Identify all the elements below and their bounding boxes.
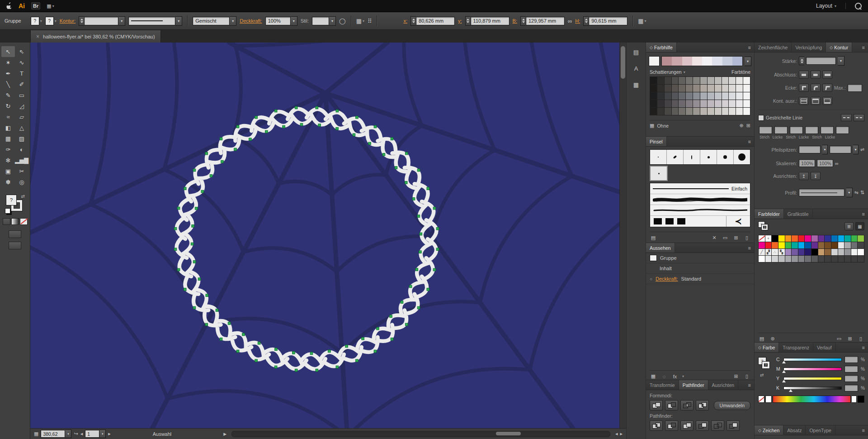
dash-field[interactable]	[759, 126, 772, 134]
channel-slider[interactable]	[783, 367, 842, 371]
cap-butt-button[interactable]	[799, 71, 809, 79]
direct-selection-tool[interactable]: ⇖	[15, 46, 28, 57]
artboard-field[interactable]: 1	[85, 430, 99, 438]
color-variation-swatch[interactable]	[693, 108, 700, 115]
chevron-down-icon[interactable]: ▾	[822, 145, 828, 154]
swatch[interactable]	[805, 249, 811, 256]
rotate-tool[interactable]: ↻	[1, 100, 15, 111]
fx-icon[interactable]: fx	[671, 373, 679, 380]
apple-menu-icon[interactable]	[6, 2, 12, 10]
swatch[interactable]	[825, 249, 831, 256]
channel-field[interactable]	[844, 385, 858, 391]
panel-menu-icon[interactable]: ≡	[859, 43, 868, 52]
swatch[interactable]	[785, 256, 792, 262]
swatch[interactable]	[851, 256, 858, 262]
color-variation-swatch[interactable]	[708, 92, 715, 100]
swatch[interactable]	[785, 249, 792, 256]
default-colors-icon[interactable]	[5, 208, 10, 214]
lasso-tool[interactable]: ∿	[15, 57, 28, 68]
miter-field[interactable]	[848, 84, 862, 92]
panel-menu-icon[interactable]: ≡	[745, 243, 754, 253]
exclude-button[interactable]	[696, 400, 709, 410]
transform-options-icon[interactable]: ▦▾	[638, 18, 646, 24]
opacity-link[interactable]: Deckkraft:	[240, 18, 262, 24]
appearance-row-opacity[interactable]: ○ Deckkraft: Standard	[646, 274, 754, 284]
panel-menu-icon[interactable]: ≡	[859, 343, 868, 352]
swatch[interactable]	[772, 242, 778, 249]
profile-combo[interactable]	[799, 189, 844, 196]
tab-kontur[interactable]: ◇Kontur	[826, 43, 852, 52]
dock-panel-icon-3[interactable]: ▦	[630, 79, 642, 91]
swatch[interactable]	[778, 256, 785, 262]
color-variation-swatch[interactable]	[729, 100, 736, 108]
color-variation-swatch[interactable]	[736, 77, 743, 85]
calligraphic-brush[interactable]	[700, 150, 717, 164]
color-variation-swatch[interactable]	[650, 108, 657, 115]
color-variation-swatch[interactable]	[743, 77, 750, 85]
white-swatch[interactable]	[765, 396, 772, 403]
limit-colors-icon[interactable]: ⊕	[740, 123, 744, 129]
color-variation-swatch[interactable]	[657, 77, 665, 85]
channel-field[interactable]	[844, 356, 858, 363]
perspective-grid-tool[interactable]: △	[15, 122, 28, 133]
drawing-mode-button[interactable]	[9, 230, 21, 238]
crop-button[interactable]	[696, 420, 709, 431]
swatch[interactable]	[831, 249, 838, 256]
intersect-button[interactable]	[680, 400, 693, 410]
color-variant[interactable]	[722, 57, 732, 66]
dash-field[interactable]	[774, 126, 788, 134]
calligraphic-brush[interactable]	[650, 150, 667, 164]
color-variation-swatch[interactable]	[665, 100, 672, 108]
color-variation-swatch[interactable]	[672, 108, 679, 115]
chevron-down-icon[interactable]: ▾	[175, 16, 182, 26]
swatch[interactable]	[858, 256, 864, 262]
color-variation-swatch[interactable]	[700, 77, 708, 85]
color-variation-swatch[interactable]	[679, 77, 686, 85]
color-variant[interactable]	[672, 57, 682, 66]
swatch[interactable]	[825, 242, 831, 249]
horizontal-scrollbar-thumb[interactable]	[496, 432, 521, 435]
swatch[interactable]: ▞	[765, 249, 772, 256]
artboard-tool[interactable]: ▣	[1, 166, 15, 177]
swatch[interactable]	[792, 242, 798, 249]
slider-thumb[interactable]	[782, 361, 786, 363]
color-variant[interactable]	[732, 57, 742, 66]
calligraphic-brush[interactable]	[667, 150, 684, 164]
swatch[interactable]: ∴	[772, 249, 778, 256]
edit-colors-icon[interactable]: ⊞	[746, 123, 750, 129]
color-variant[interactable]	[702, 57, 712, 66]
swatch[interactable]	[759, 242, 765, 249]
variants-dropdown-icon[interactable]: ▾	[745, 57, 751, 66]
join-miter-button[interactable]	[799, 84, 809, 92]
tab-verlauf[interactable]: Verlauf	[813, 343, 836, 352]
swatch[interactable]	[811, 235, 818, 242]
color-variation-swatch[interactable]	[743, 85, 750, 92]
tab-zeichen[interactable]: ◇Zeichen	[755, 425, 783, 435]
chevron-down-icon[interactable]: ▾	[118, 16, 125, 26]
color-variation-swatch[interactable]	[686, 85, 693, 92]
swatch[interactable]: ╱	[759, 249, 765, 256]
color-variation-swatch[interactable]	[736, 92, 743, 100]
type-tool[interactable]: T	[15, 68, 28, 79]
color-variation-swatch[interactable]	[657, 85, 665, 92]
divide-button[interactable]	[650, 420, 663, 431]
swap-colors-icon[interactable]: ⇄	[21, 194, 25, 199]
stepper[interactable]	[799, 57, 804, 65]
swatch[interactable]	[798, 242, 805, 249]
tab-farbe[interactable]: ◇Farbe	[755, 343, 779, 352]
width-profile-combo[interactable]: ▾	[128, 16, 182, 26]
delete-brush-icon[interactable]: ▯	[743, 234, 750, 241]
calligraphic-brush[interactable]	[734, 150, 750, 164]
scale-start-field[interactable]: 100%	[799, 159, 815, 167]
swatch[interactable]	[805, 235, 811, 242]
swatch[interactable]	[838, 242, 845, 249]
swatch[interactable]	[798, 256, 805, 262]
new-brush-icon[interactable]: ⊞	[732, 234, 740, 241]
stepper[interactable]	[465, 16, 471, 26]
color-variation-swatch[interactable]	[686, 92, 693, 100]
color-variation-swatch[interactable]	[715, 100, 722, 108]
illustrator-logo[interactable]: Ai	[19, 2, 25, 10]
flip-along-icon[interactable]: ⇋	[854, 190, 859, 196]
color-variation-swatch[interactable]	[722, 85, 729, 92]
channel-field[interactable]	[844, 366, 858, 372]
